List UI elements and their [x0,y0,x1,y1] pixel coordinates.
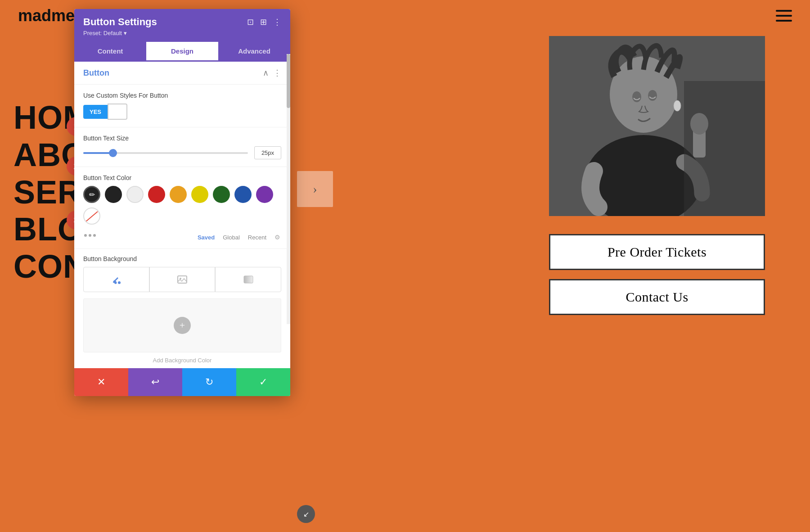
color-swatch-green[interactable] [213,186,230,203]
hamburger-menu[interactable] [776,10,792,22]
confirm-button[interactable]: ✓ [236,368,290,396]
right-panel: Pre Order Tickets Contact Us [549,36,783,315]
color-tab-recent[interactable]: Recent [248,234,266,241]
color-swatch-purple[interactable] [256,186,273,203]
singer-image [549,36,765,216]
toggle-no-box[interactable] [108,104,127,120]
svg-rect-10 [178,276,187,283]
tab-content[interactable]: Content [74,42,146,62]
layout-icon[interactable]: ⊞ [260,17,267,27]
svg-point-5 [674,100,681,111]
bg-color-area: + [83,298,281,352]
modal-title: Button Settings [83,16,157,28]
cancel-button[interactable]: ✕ [74,368,128,396]
modal-scrollbar-thumb[interactable] [287,54,290,108]
paint-bucket-icon [111,275,121,284]
tab-advanced[interactable]: Advanced [218,42,290,62]
pre-order-button[interactable]: Pre Order Tickets [549,234,765,270]
text-size-slider-row: 25px [83,146,281,159]
modal-tabs: Content Design Advanced [74,42,290,62]
modal-body: Button ∧ ⋮ Use Custom Styles For Button … [74,62,290,368]
undo-button[interactable]: ↩ [128,368,182,396]
drag-handle-icon[interactable]: ↙ [297,505,315,523]
color-swatch-pencil[interactable]: ✏ [83,186,100,203]
bg-gradient-option[interactable] [215,267,281,292]
section-icons: ∧ ⋮ [263,68,281,78]
custom-styles-row: Use Custom Styles For Button YES [74,85,290,127]
color-swatch-orange[interactable] [170,186,187,203]
custom-styles-toggle: YES [83,104,281,120]
button-settings-modal: Button Settings ⊡ ⊞ ⋮ Preset: Default ▾ … [74,9,290,396]
color-dots [84,234,96,237]
text-size-label: Button Text Size [83,135,281,142]
slider-next-arrow[interactable]: › [297,171,333,207]
dot-2 [89,234,91,237]
color-tab-global[interactable]: Global [223,234,240,241]
cta-buttons: Pre Order Tickets Contact Us [549,234,783,315]
add-background-color-btn[interactable]: + [174,317,191,334]
contact-us-button[interactable]: Contact Us [549,279,765,315]
redo-button[interactable]: ↻ [182,368,236,396]
color-swatch-none[interactable] [83,207,100,225]
slider-thumb[interactable] [109,149,117,157]
frame-icon[interactable]: ⊡ [247,17,254,27]
custom-styles-label: Use Custom Styles For Button [83,92,281,99]
color-settings-icon[interactable]: ⚙ [274,234,280,241]
bg-color-option[interactable] [83,267,149,292]
text-size-row: Button Text Size 25px [74,127,290,167]
color-swatch-yellow[interactable] [191,186,208,203]
text-color-row: Button Text Color ✏ [74,167,290,249]
modal-scrollbar[interactable] [287,54,290,324]
color-swatch-white[interactable] [126,186,144,203]
section-collapse-icon[interactable]: ∧ [263,68,269,78]
button-section-header: Button ∧ ⋮ [74,62,290,85]
color-tab-saved[interactable]: Saved [198,234,215,241]
color-swatch-red[interactable] [148,186,165,203]
slider-value: 25px [254,146,281,159]
svg-rect-12 [244,276,253,283]
more-options-icon[interactable]: ⋮ [273,17,281,27]
toggle-yes-btn[interactable]: YES [83,105,108,119]
text-color-label: Button Text Color [83,174,281,181]
svg-point-7 [648,90,657,101]
add-bg-label: Add Background Color [74,357,290,368]
color-swatch-black[interactable] [105,186,122,203]
svg-rect-8 [684,81,765,216]
modal-header: Button Settings ⊡ ⊞ ⋮ Preset: Default ▾ [74,9,290,42]
bg-image-option[interactable] [149,267,216,292]
svg-point-6 [632,91,641,102]
color-swatches: ✏ [83,186,281,225]
slider-track[interactable] [83,152,248,154]
color-tabs: Saved Global Recent ⚙ [198,234,280,241]
section-more-icon[interactable]: ⋮ [273,68,281,78]
gradient-icon [243,275,253,284]
modal-header-icons: ⊡ ⊞ ⋮ [247,17,281,27]
section-title: Button [83,68,109,78]
tab-design[interactable]: Design [146,42,218,62]
svg-point-9 [118,281,121,284]
image-icon [177,275,187,284]
preset-selector[interactable]: Preset: Default ▾ [83,30,281,36]
dot-3 [93,234,96,237]
modal-footer: ✕ ↩ ↻ ✓ [74,368,290,396]
dot-1 [84,234,87,237]
bg-label: Button Background [74,249,290,267]
background-section: Button Background [74,249,290,368]
color-swatch-blue[interactable] [234,186,252,203]
bg-options [83,267,281,292]
